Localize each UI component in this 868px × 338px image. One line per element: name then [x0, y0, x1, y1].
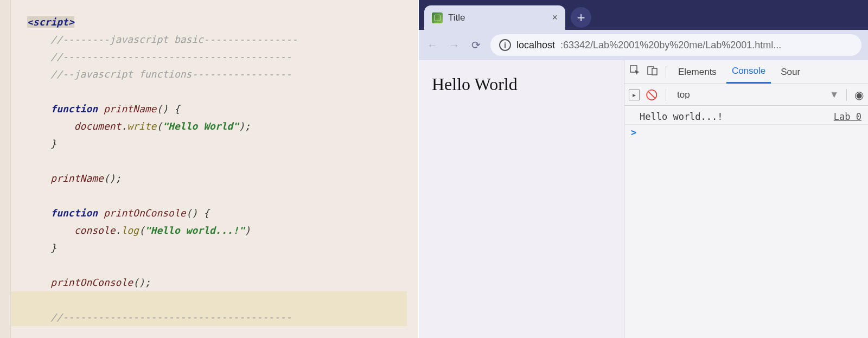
live-expression-icon[interactable]: ◉	[854, 88, 864, 101]
omnibox[interactable]: i localhost:63342/Lab%2001%20by%20me/Lab…	[490, 34, 861, 56]
tab-title: Title	[448, 12, 546, 23]
address-bar: ← → ⟳ i localhost:63342/Lab%2001%20by%20…	[419, 30, 868, 60]
code-line: //--------javascript basic--------------…	[27, 31, 407, 48]
code-line: printOnConsole();	[27, 274, 407, 291]
url-host: localhost	[516, 40, 555, 51]
code-editor[interactable]: <script> //--------javascript basic-----…	[0, 0, 418, 338]
code-line: }	[27, 135, 407, 152]
context-dropdown-icon[interactable]: ▼	[829, 90, 839, 100]
devtools-tab-console[interactable]: Console	[726, 60, 771, 84]
device-toolbar-icon[interactable]	[646, 65, 659, 79]
devtools-tab-elements[interactable]: Elements	[673, 60, 722, 84]
back-button[interactable]: ←	[425, 39, 439, 52]
devtools-separator	[666, 66, 666, 78]
browser-tab[interactable]: Title ×	[424, 5, 565, 30]
code-line	[27, 326, 407, 338]
console-log: Hello world...! Lab 0 >	[624, 106, 868, 143]
site-info-icon[interactable]: i	[499, 39, 511, 51]
url-path: :63342/Lab%2001%20by%20me/Lab%2001.html.…	[560, 40, 781, 51]
console-source-link[interactable]: Lab 0	[834, 111, 861, 122]
code-body: <script> //--------javascript basic-----…	[27, 14, 407, 338]
code-line: function printOnConsole() {	[27, 205, 407, 222]
page-body: Hello World	[419, 60, 624, 338]
code-line	[27, 187, 407, 205]
code-line: }	[27, 239, 407, 257]
console-context[interactable]: top	[674, 90, 824, 100]
code-line: function printName() {	[27, 100, 407, 118]
console-sidebar-toggle-icon[interactable]: ▸	[629, 90, 640, 100]
code-line: printName();	[27, 170, 407, 187]
inspect-element-icon[interactable]	[629, 65, 642, 79]
clear-console-icon[interactable]: 🚫	[645, 89, 658, 101]
console-message: Hello world...!	[640, 111, 723, 122]
devtools-separator	[846, 89, 847, 101]
svg-rect-2	[652, 68, 657, 75]
code-line: <script>	[27, 14, 407, 31]
page-text: Hello World	[432, 74, 518, 94]
console-prompt[interactable]: >	[624, 125, 868, 140]
editor-gutter	[0, 0, 11, 338]
code-line	[27, 257, 407, 274]
code-line: document.write("Hello World");	[27, 118, 407, 135]
close-tab-button[interactable]: ×	[552, 12, 558, 23]
code-line	[27, 152, 407, 170]
favicon-icon	[432, 12, 443, 23]
browser-tabstrip: Title × +	[419, 0, 868, 30]
devtools-panel: Elements Console Sour ▸ 🚫 top ▼ ◉ Hello …	[624, 60, 868, 338]
devtools-tabstrip: Elements Console Sour	[624, 60, 868, 84]
console-log-row: Hello world...! Lab 0	[624, 109, 868, 125]
devtools-tab-sources[interactable]: Sour	[775, 60, 806, 84]
code-line	[27, 83, 407, 100]
browser-content-row: Hello World Elements Console Sour ▸ 🚫 to…	[419, 60, 868, 338]
browser-window: Title × + ← → ⟳ i localhost:63342/Lab%20…	[418, 0, 868, 338]
code-line: //--javascript functions----------------…	[27, 66, 407, 83]
code-line: //--------------------------------------…	[0, 309, 407, 326]
new-tab-button[interactable]: +	[571, 7, 591, 28]
console-toolbar: ▸ 🚫 top ▼ ◉	[624, 84, 868, 106]
devtools-separator	[666, 89, 666, 101]
code-line: console.log("Hello world...!")	[27, 222, 407, 239]
reload-button[interactable]: ⟳	[469, 39, 483, 52]
forward-button[interactable]: →	[447, 39, 461, 52]
code-line	[0, 291, 407, 309]
code-line: //--------------------------------------…	[27, 48, 407, 66]
